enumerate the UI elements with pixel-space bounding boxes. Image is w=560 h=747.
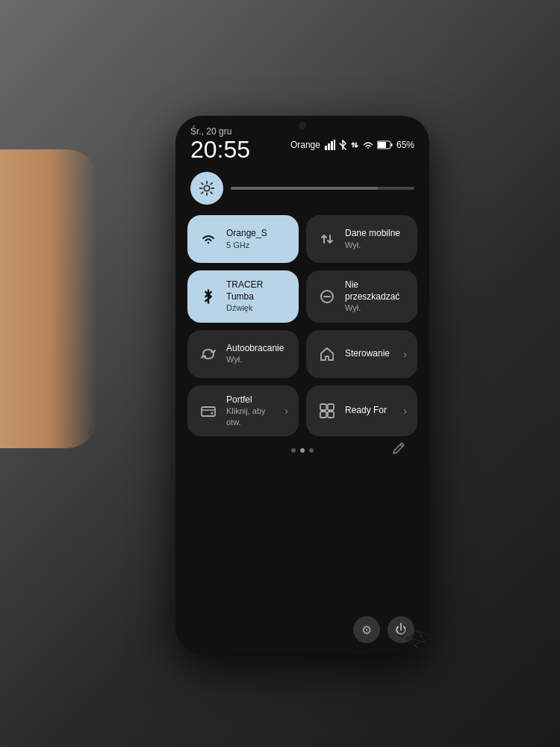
- brightness-button[interactable]: [190, 172, 223, 205]
- brightness-icon: [199, 180, 215, 196]
- status-left: Śr., 20 gru 20:55: [190, 126, 250, 163]
- autorotate-subtitle: Wył.: [226, 354, 284, 365]
- data-icon: [350, 140, 359, 150]
- dot-1: [291, 448, 296, 453]
- svg-point-19: [211, 412, 214, 414]
- wifi-tile-text: Orange_S 5 GHz: [226, 228, 267, 250]
- svg-rect-3: [334, 140, 335, 150]
- pencil-icon: [392, 441, 405, 455]
- bottom-controls: [187, 448, 417, 453]
- tiles-grid: Orange_S 5 GHz Dane mobilne Wył.: [187, 215, 417, 436]
- page-indicators: [291, 448, 314, 453]
- wifi-title: Orange_S: [226, 228, 267, 240]
- ready-for-arrow: ›: [403, 405, 407, 417]
- dot-2: [300, 448, 305, 453]
- wallet-subtitle: Kliknij, aby otw.: [226, 406, 277, 427]
- svg-rect-1: [328, 143, 330, 150]
- wallet-svg: [200, 403, 217, 419]
- wallet-arrow: ›: [284, 405, 288, 417]
- home-control-icon: [317, 344, 337, 365]
- svg-line-24: [400, 444, 402, 447]
- bluetooth-tile[interactable]: TRACER Tumba Dźwięk: [187, 270, 299, 322]
- phone-screen: Śr., 20 gru 20:55 Orange: [175, 116, 429, 654]
- wifi-tile-icon: [198, 229, 219, 249]
- autorotate-tile[interactable]: Autoobracanie Wył.: [187, 330, 299, 378]
- home-control-tile[interactable]: Sterowanie ›: [306, 330, 417, 378]
- bluetooth-subtitle: Dźwięk: [226, 303, 288, 313]
- hand: [0, 149, 97, 448]
- wifi-subtitle: 5 GHz: [226, 240, 267, 250]
- phone: Śr., 20 gru 20:55 Orange: [175, 116, 429, 654]
- mobile-data-subtitle: Wył.: [345, 240, 400, 250]
- svg-rect-23: [328, 412, 334, 418]
- wifi-icon: [200, 232, 217, 246]
- ready-for-title: Ready For: [345, 405, 387, 417]
- status-right: Orange: [290, 140, 414, 150]
- ready-for-icon: [317, 400, 337, 421]
- mobile-data-title: Dane mobilne: [345, 228, 400, 240]
- grid-svg: [319, 403, 335, 419]
- signal-icon: [325, 140, 335, 150]
- bluetooth-title: TRACER Tumba: [226, 279, 288, 303]
- camera-notch: [299, 122, 306, 129]
- bluetooth-tile-text: TRACER Tumba Dźwięk: [226, 279, 288, 313]
- status-time: 20:55: [190, 137, 250, 163]
- mobile-data-text: Dane mobilne Wył.: [345, 228, 400, 250]
- dnd-svg: [319, 288, 335, 305]
- svg-rect-22: [320, 412, 326, 418]
- wifi-status-icon: [362, 140, 374, 149]
- ready-for-tile[interactable]: Ready For ›: [306, 385, 417, 436]
- wallet-text: Portfel Kliknij, aby otw.: [226, 394, 277, 427]
- svg-point-7: [204, 186, 209, 191]
- mobile-data-icon: [317, 229, 337, 249]
- svg-rect-18: [202, 407, 215, 416]
- edit-button[interactable]: [392, 441, 405, 459]
- dot-3: [309, 448, 314, 453]
- brightness-slider[interactable]: [231, 187, 414, 190]
- home-control-text: Sterowanie: [345, 348, 390, 360]
- svg-rect-5: [391, 143, 392, 146]
- dnd-icon: [317, 286, 337, 307]
- autorotate-title: Autoobracanie: [226, 343, 284, 355]
- battery-percent: 65%: [396, 140, 414, 150]
- wallet-icon: [198, 400, 219, 421]
- dnd-tile[interactable]: Nie przeszkadzać Wył.: [306, 270, 417, 322]
- svg-line-13: [211, 192, 212, 193]
- svg-rect-2: [331, 141, 333, 150]
- brightness-row: [187, 172, 417, 205]
- autorotate-text: Autoobracanie Wył.: [226, 343, 284, 365]
- bluetooth-icon: [338, 140, 347, 150]
- dnd-text: Nie przeszkadzać Wył.: [345, 279, 407, 313]
- wifi-tile[interactable]: Orange_S 5 GHz: [187, 215, 299, 263]
- svg-rect-21: [328, 404, 334, 410]
- power-nav-button[interactable]: ⏻: [388, 616, 414, 643]
- transfer-icon: [319, 231, 335, 247]
- battery-icon: [377, 140, 393, 149]
- home-svg: [319, 346, 335, 362]
- bottom-nav: ⚙ ⏻: [353, 616, 414, 643]
- settings-nav-button[interactable]: ⚙: [353, 616, 380, 643]
- mobile-data-tile[interactable]: Dane mobilne Wył.: [306, 215, 417, 263]
- controls-area: Orange_S 5 GHz Dane mobilne Wył.: [175, 166, 429, 460]
- ready-for-text: Ready For: [345, 405, 387, 417]
- rotate-svg: [200, 346, 217, 362]
- status-date: Śr., 20 gru: [190, 126, 250, 137]
- svg-line-12: [202, 183, 203, 185]
- svg-line-15: [211, 183, 212, 185]
- home-control-title: Sterowanie: [345, 348, 390, 360]
- home-control-arrow: ›: [403, 348, 407, 360]
- svg-rect-6: [378, 142, 386, 148]
- svg-rect-0: [325, 146, 327, 150]
- dnd-title: Nie przeszkadzać: [345, 279, 407, 303]
- carrier-name: Orange: [290, 140, 320, 150]
- wallet-title: Portfel: [226, 394, 277, 406]
- svg-rect-20: [320, 404, 326, 410]
- svg-line-14: [202, 192, 203, 193]
- bluetooth-tile-icon: [198, 286, 219, 307]
- dnd-subtitle: Wył.: [345, 303, 407, 313]
- wallet-tile[interactable]: Portfel Kliknij, aby otw. ›: [187, 385, 299, 436]
- bluetooth-tile-svg: [202, 288, 215, 305]
- brightness-fill: [231, 187, 378, 190]
- autorotate-icon: [198, 344, 219, 365]
